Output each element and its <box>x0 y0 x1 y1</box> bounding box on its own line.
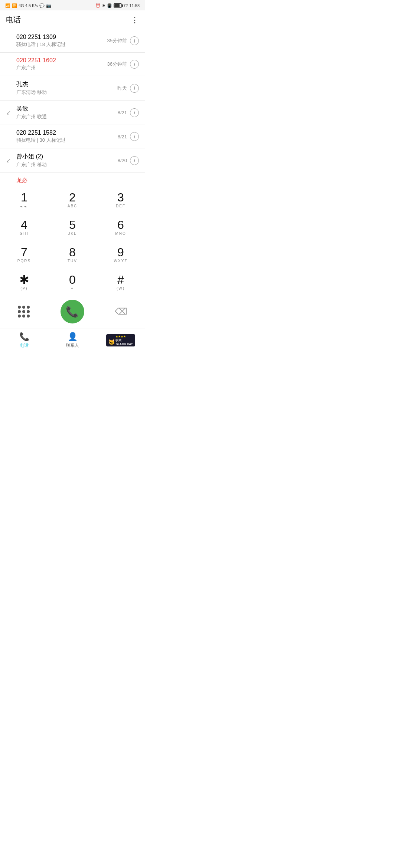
dial-key-0[interactable]: 0 + <box>48 269 97 296</box>
call-item-2[interactable]: 020 2251 1602 广东广州 36分钟前 i <box>0 53 145 76</box>
dial-sub-3: DEF <box>116 204 125 209</box>
dial-num-7: 7 <box>21 246 27 258</box>
wechat-icon: 💬 <box>39 3 45 8</box>
dial-key-2[interactable]: 2 ABC <box>48 186 97 214</box>
bluetooth-icon: ✱ <box>102 3 105 8</box>
status-left: 📶 🛜 4G 4.5 K/s 💬 📷 <box>5 3 51 8</box>
call-sub-3: 广东清远 移动 <box>16 89 117 96</box>
dial-key-7[interactable]: 7 PQRS <box>0 241 48 269</box>
info-button-2[interactable]: i <box>130 60 139 69</box>
blackcat-area: ★★★★ 🐱 收藏 BLACK CAT <box>106 334 135 346</box>
call-sub-5: 骚扰电话 | 30 人标记过 <box>16 137 118 144</box>
call-time-5: 8/21 <box>118 134 127 139</box>
dial-sub-star: (P) <box>20 286 27 292</box>
backspace-button[interactable]: ⌫ <box>111 301 131 322</box>
call-time-4: 8/21 <box>118 110 127 115</box>
call-list: 020 2251 1309 骚扰电话 | 18 人标记过 35分钟前 i 020… <box>0 29 145 186</box>
nav-item-contacts[interactable]: 👤 联系人 <box>48 329 97 352</box>
blackcat-row: 🐱 收藏 BLACK CAT <box>108 338 133 346</box>
speed-text: 4G 4.5 K/s <box>19 3 38 8</box>
info-button-5[interactable]: i <box>130 132 139 141</box>
phone-nav-icon: 📞 <box>19 332 29 342</box>
status-bar: 📶 🛜 4G 4.5 K/s 💬 📷 ⏰ ✱ 📳 72 11:58 <box>0 0 145 10</box>
camera-icon: 📷 <box>46 3 51 8</box>
dial-key-3[interactable]: 3 DEF <box>97 186 145 214</box>
nav-item-blackcat[interactable]: ★★★★ 🐱 收藏 BLACK CAT <box>97 329 145 352</box>
call-info-2: 020 2251 1602 广东广州 <box>16 57 107 71</box>
dial-num-hash: # <box>117 274 124 286</box>
info-button-6[interactable]: i <box>130 156 139 165</box>
call-time-1: 35分钟前 <box>107 37 127 44</box>
info-button-4[interactable]: i <box>130 108 139 117</box>
blackcat-logo: ★★★★ 🐱 收藏 BLACK CAT <box>106 334 135 346</box>
battery-level: 72 <box>123 3 128 8</box>
call-meta-2: 36分钟前 i <box>107 60 139 69</box>
dial-key-star[interactable]: ✱ (P) <box>0 269 48 296</box>
time-display: 11:58 <box>129 3 140 8</box>
dialpad-actions: 📞 ⌫ <box>0 296 145 329</box>
call-icon-area-4: ↙ <box>6 109 16 116</box>
call-item-6[interactable]: ↙ 曾小姐 (2) 广东广州 移动 8/20 i <box>0 148 145 173</box>
call-meta-3: 昨天 i <box>117 84 139 93</box>
dial-num-2: 2 <box>69 191 76 203</box>
call-item-5[interactable]: 020 2251 1582 骚扰电话 | 30 人标记过 8/21 i <box>0 125 145 148</box>
dial-num-star: ✱ <box>19 274 29 286</box>
nav-item-phone[interactable]: 📞 电话 <box>0 329 48 352</box>
dial-sub-2: ABC <box>68 204 78 209</box>
call-info-6: 曾小姐 (2) 广东广州 移动 <box>16 153 118 168</box>
call-info-5: 020 2251 1582 骚扰电话 | 30 人标记过 <box>16 129 118 144</box>
dial-key-1[interactable]: 1 ⌁⌁ <box>0 186 48 214</box>
call-sub-6: 广东广州 移动 <box>16 161 118 168</box>
call-sub-4: 广东广州 联通 <box>16 114 118 120</box>
call-number-5: 020 2251 1582 <box>16 129 118 136</box>
info-button-3[interactable]: i <box>130 84 139 93</box>
dial-key-6[interactable]: 6 MNO <box>97 214 145 241</box>
dial-sub-6: MNO <box>115 231 126 237</box>
more-button[interactable]: ⋮ <box>131 15 139 25</box>
call-item-4[interactable]: ↙ 吴敏 广东广州 联通 8/21 i <box>0 101 145 125</box>
call-sub-2: 广东广州 <box>16 65 107 71</box>
call-number-3: 孔杰 <box>16 80 117 88</box>
dial-key-hash[interactable]: # (W) <box>97 269 145 296</box>
dial-key-8[interactable]: 8 TUV <box>48 241 97 269</box>
dial-sub-hash: (W) <box>117 286 125 292</box>
call-item-1[interactable]: 020 2251 1309 骚扰电话 | 18 人标记过 35分钟前 i <box>0 29 145 53</box>
blackcat-badge: ★★★★ 🐱 收藏 BLACK CAT <box>106 334 135 346</box>
blackcat-text-block: 收藏 BLACK CAT <box>115 338 133 346</box>
call-time-6: 8/20 <box>118 158 127 163</box>
call-item-partial: 龙必 <box>0 173 145 186</box>
call-item-3[interactable]: 孔杰 广东清远 移动 昨天 i <box>0 76 145 101</box>
dial-key-4[interactable]: 4 GHI <box>0 214 48 241</box>
dial-num-6: 6 <box>117 219 124 231</box>
call-meta-4: 8/21 i <box>118 108 139 117</box>
dial-num-0: 0 <box>69 274 76 286</box>
dial-key-9[interactable]: 9 WXYZ <box>97 241 145 269</box>
dial-sub-5: JKL <box>68 231 76 237</box>
dialpad-dots-button[interactable] <box>13 301 34 322</box>
call-button[interactable]: 📞 <box>61 300 84 323</box>
partial-info: 龙必 <box>16 177 139 184</box>
dial-sub-4: GHI <box>20 231 29 237</box>
phone-icon: 📞 <box>66 306 79 318</box>
dial-key-5[interactable]: 5 JKL <box>48 214 97 241</box>
bottom-nav: 📞 电话 👤 联系人 ★★★★ 🐱 收藏 BLACK CAT <box>0 329 145 352</box>
call-info-3: 孔杰 广东清远 移动 <box>16 80 117 96</box>
call-time-2: 36分钟前 <box>107 61 127 68</box>
call-time-3: 昨天 <box>117 85 127 92</box>
info-button-1[interactable]: i <box>130 36 139 45</box>
call-sub-1: 骚扰电话 | 18 人标记过 <box>16 41 107 48</box>
missed-call-icon-2: ↙ <box>6 157 11 164</box>
nav-label-contacts: 联系人 <box>66 342 79 349</box>
call-number-1: 020 2251 1309 <box>16 34 107 40</box>
dial-num-4: 4 <box>21 219 27 231</box>
dial-num-5: 5 <box>69 219 76 231</box>
battery-icon <box>114 3 122 8</box>
call-info-4: 吴敏 广东广州 联通 <box>16 105 118 120</box>
status-right: ⏰ ✱ 📳 72 11:58 <box>95 3 140 8</box>
dial-sub-1: ⌁⌁ <box>20 204 28 209</box>
dial-num-8: 8 <box>69 246 76 258</box>
nav-label-phone: 电话 <box>20 342 29 349</box>
dial-sub-7: PQRS <box>17 259 31 264</box>
contacts-nav-icon: 👤 <box>68 332 78 342</box>
app-header: 电话 ⋮ <box>0 10 145 29</box>
